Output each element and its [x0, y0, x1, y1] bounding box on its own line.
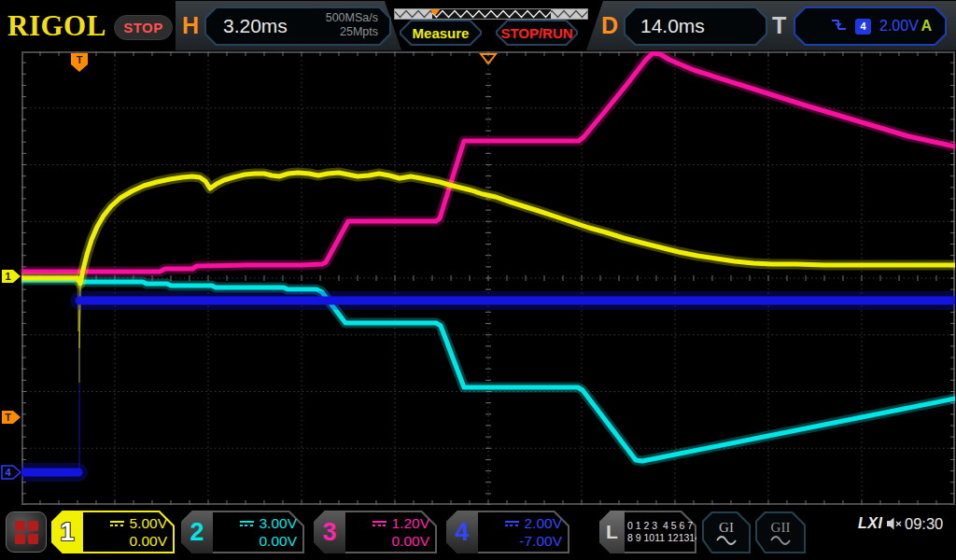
trigger-label: T [772, 12, 786, 39]
channel-3-badge[interactable]: 3 1.20V 0.00V [314, 511, 437, 553]
clock: 09:30 [905, 515, 943, 533]
svg-text:4: 4 [5, 467, 11, 478]
channel-1-scale: 5.00V [129, 514, 167, 532]
sample-rate: 500MSa/s [326, 11, 378, 25]
dc-coupling-icon [373, 521, 387, 526]
speaker-muted-icon [886, 516, 903, 535]
generator-1-button[interactable]: GI [702, 511, 751, 553]
digital-label: L [599, 511, 625, 553]
channel-4-offset: -7.00V [519, 532, 562, 550]
channel-4-number: 4 [446, 511, 478, 553]
horizontal-panel[interactable]: 3.20ms 500MSa/s 25Mpts [204, 7, 391, 46]
trigger-level-value: 2.00V [879, 18, 919, 35]
delay-value: 14.0ms [640, 15, 705, 37]
channel-3-number: 3 [314, 511, 345, 553]
timebase-value: 3.20ms [223, 15, 288, 37]
generator-2-label: GII [771, 520, 791, 536]
trigger-sweep-mode: A [921, 18, 932, 35]
falling-edge-icon [831, 17, 847, 35]
delay-label: D [601, 12, 618, 39]
menu-grid-icon [15, 521, 38, 544]
channel-2-number: 2 [181, 511, 213, 553]
digital-row-1: 0 1 2 3 4 5 6 7 [627, 520, 693, 532]
channel-1-badge[interactable]: 1 5.00V 0.00V [51, 511, 175, 553]
waveform-display [21, 51, 955, 505]
oscilloscope-screen: RIGOL STOP H 3.20ms 500MSa/s 25Mpts Meas… [0, 0, 956, 560]
svg-text:T: T [5, 412, 11, 423]
sine-wave-icon [770, 536, 791, 545]
channel-3-offset: 0.00V [391, 532, 429, 550]
svg-text:1: 1 [5, 271, 10, 282]
channel-2-scale: 3.00V [259, 514, 297, 532]
menu-button[interactable] [6, 511, 47, 553]
horizontal-reference-marker[interactable] [479, 52, 498, 69]
lxi-logo: LXI [858, 515, 882, 532]
digital-channels-badge[interactable]: L 0 1 2 3 4 5 6 7 8 9 1011 12131415 [599, 511, 696, 553]
digital-row-2: 8 9 1011 12131415 [627, 532, 693, 544]
memory-depth: 25Mpts [326, 25, 378, 39]
channel-4-position-marker[interactable]: 4 [1, 465, 21, 483]
stop-run-button[interactable]: STOP/RUN [496, 20, 578, 46]
measure-button[interactable]: Measure [400, 20, 482, 46]
trigger-panel[interactable]: 4 2.00V A [794, 7, 947, 46]
rigol-logo: RIGOL [7, 9, 106, 43]
sine-wave-icon [716, 536, 737, 545]
channel-2-offset: 0.00V [259, 532, 297, 550]
channel-1-number: 1 [51, 511, 83, 553]
top-status-bar: RIGOL STOP H 3.20ms 500MSa/s 25Mpts Meas… [0, 0, 956, 51]
dc-coupling-icon [505, 521, 519, 526]
dc-coupling-icon [240, 521, 254, 526]
horizontal-label: H [182, 12, 199, 39]
acquisition-status-badge: STOP [114, 15, 173, 40]
trigger-source-badge: 4 [855, 19, 871, 35]
channel-4-badge[interactable]: 4 2.00V -7.00V [446, 511, 569, 553]
dc-coupling-icon [110, 521, 124, 526]
channel-2-badge[interactable]: 2 3.00V 0.00V [181, 511, 304, 553]
channel-3-scale: 1.20V [391, 514, 429, 532]
generator-2-button[interactable]: GII [755, 511, 806, 553]
channel-1-position-marker[interactable]: 1 [1, 269, 21, 287]
svg-text:T: T [77, 54, 83, 65]
generator-1-label: GI [719, 520, 734, 536]
trigger-level-marker[interactable]: T [1, 410, 21, 428]
channel-4-scale: 2.00V [524, 514, 562, 532]
trigger-position-marker[interactable]: T [70, 52, 89, 77]
channel-1-offset: 0.00V [129, 532, 167, 550]
bottom-status-bar: 1 5.00V 0.00V 2 3.00V 0.00V 3 1.20V 0.00… [0, 505, 956, 560]
delay-panel[interactable]: 14.0ms [624, 7, 767, 46]
